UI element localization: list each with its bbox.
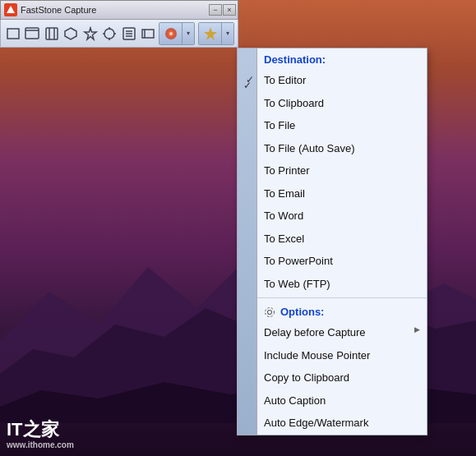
menu-item-to-file[interactable]: To File [238, 114, 427, 137]
dropdown-menu: ✓ Destination: To Editor To Clipboard To… [237, 48, 427, 435]
capture-rect-button[interactable] [4, 23, 22, 44]
settings-button-group: ▾ [198, 22, 234, 45]
menu-item-to-web[interactable]: To Web (FTP) [238, 273, 427, 296]
menu-item-to-powerpoint[interactable]: To PowerPoint [238, 250, 427, 273]
destination-header: Destination: [238, 48, 427, 69]
destination-button-group: ▾ [159, 22, 195, 45]
window-controls: − × [208, 4, 236, 16]
menu-item-copy-clipboard[interactable]: Copy to Clipboard [238, 366, 427, 389]
destination-arrow-button[interactable]: ▾ [183, 23, 194, 44]
menu-item-auto-caption[interactable]: Auto Caption [238, 389, 427, 412]
capture-menu-button[interactable] [120, 23, 138, 44]
settings-main-button[interactable] [199, 23, 222, 44]
svg-rect-4 [7, 29, 19, 39]
svg-rect-7 [46, 28, 58, 39]
menu-divider [238, 297, 427, 298]
watermark-logo: IT之家 [7, 421, 74, 439]
watermark: IT之家 www.ithome.com [7, 421, 74, 449]
app-title: FastStone Capture [21, 5, 208, 15]
menu-item-auto-edge[interactable]: Auto Edge/Watermark [238, 412, 427, 435]
svg-point-28 [266, 307, 275, 316]
watermark-url: www.ithome.com [7, 440, 74, 449]
svg-point-27 [268, 310, 272, 314]
svg-marker-3 [7, 6, 15, 13]
titlebar: FastStone Capture − × [0, 0, 238, 20]
menu-item-delay[interactable]: Delay before Capture [238, 321, 427, 344]
menu-item-to-clipboard[interactable]: To Clipboard [238, 92, 427, 115]
settings-arrow-button[interactable]: ▾ [222, 23, 233, 44]
menu-item-to-email[interactable]: To Email [238, 182, 427, 205]
destination-main-button[interactable] [159, 23, 183, 44]
capture-window-button[interactable] [24, 23, 42, 44]
svg-rect-5 [25, 28, 39, 39]
menu-item-to-file-auto[interactable]: To File (Auto Save) [238, 137, 427, 160]
app-icon [4, 3, 17, 16]
menu-item-to-excel[interactable]: To Excel [238, 228, 427, 251]
capture-freehand-button[interactable] [81, 23, 99, 44]
svg-point-12 [104, 29, 114, 39]
capture-fixed-button[interactable] [140, 23, 158, 44]
svg-marker-11 [85, 28, 96, 39]
minimize-button[interactable]: − [209, 4, 222, 16]
svg-point-25 [169, 32, 173, 35]
svg-marker-26 [204, 27, 217, 40]
menu-item-to-word[interactable]: To Word [238, 205, 427, 228]
capture-polygon-button[interactable] [62, 23, 81, 44]
options-header: Options: [238, 301, 427, 321]
svg-marker-10 [65, 28, 76, 39]
close-button[interactable]: × [223, 4, 236, 16]
capture-scrolling-button[interactable] [43, 23, 61, 44]
menu-item-mouse[interactable]: Include Mouse Pointer [238, 344, 427, 367]
capture-object-button[interactable] [101, 23, 119, 44]
toolbar: ▾ ▾ [0, 20, 238, 48]
svg-rect-21 [142, 30, 154, 38]
menu-item-to-editor[interactable]: To Editor [238, 69, 427, 92]
gear-icon [264, 306, 275, 318]
menu-item-to-printer[interactable]: To Printer [238, 159, 427, 182]
